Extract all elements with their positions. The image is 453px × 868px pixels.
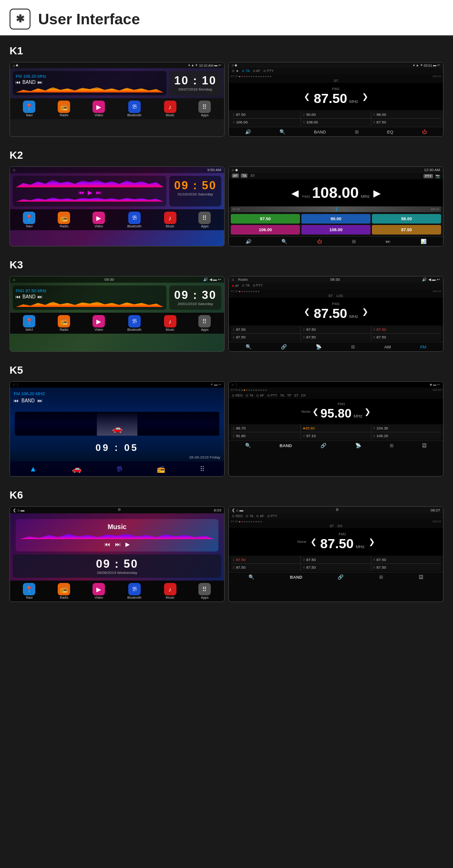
- k6-play[interactable]: ▶: [125, 541, 130, 548]
- power-btn[interactable]: ⏻: [422, 129, 427, 134]
- next-icon[interactable]: ⏭: [38, 80, 42, 85]
- dock-apps[interactable]: ⠿ Apps: [198, 101, 211, 117]
- k2-next-track[interactable]: ⏭: [386, 239, 391, 244]
- k3-preset-3[interactable]: 387.50: [371, 326, 441, 333]
- k2-vol-btn[interactable]: 🔊: [246, 239, 251, 244]
- k6-preset-5[interactable]: 587.50: [371, 556, 441, 563]
- k3-dock-music[interactable]: ♪ Music: [164, 315, 176, 331]
- k6-dock-radio[interactable]: 📻 Radio: [58, 583, 70, 599]
- k6-preset-3[interactable]: 387.50: [301, 556, 371, 563]
- preset-1[interactable]: 187.50: [231, 111, 300, 118]
- k6-music-widget[interactable]: Music ⏮ ⏭ ▶: [16, 519, 218, 551]
- k6-dock-video[interactable]: ▶ Video: [93, 583, 105, 599]
- prev-btn[interactable]: ⏮: [78, 189, 84, 196]
- k3-grid-btn[interactable]: ⊞: [351, 344, 355, 349]
- k2-chart-btn[interactable]: 📊: [421, 239, 426, 244]
- k2-grid-btn[interactable]: ⊞: [352, 239, 356, 244]
- k3-search-btn[interactable]: 🔍: [246, 344, 251, 349]
- k6-preset-4[interactable]: 487.50: [301, 564, 371, 571]
- k3-preset-2[interactable]: 287.50: [301, 326, 371, 333]
- dock-bluetooth[interactable]: 𝔅 Bluetooth: [127, 101, 142, 117]
- k2-dock-video[interactable]: ▶ Video: [93, 212, 105, 228]
- eq-btn[interactable]: EQ: [387, 130, 393, 134]
- k5r-prev[interactable]: ❮: [312, 407, 319, 416]
- play-btn[interactable]: ▶: [88, 189, 92, 196]
- k6-img-btn[interactable]: 🖼: [419, 574, 423, 580]
- k6-dock-bluetooth[interactable]: 𝔅 Bluetooth: [127, 583, 142, 599]
- k6-link-btn[interactable]: 🔗: [338, 574, 343, 580]
- k1r-prev[interactable]: ❮: [304, 92, 310, 101]
- k2-preset-2[interactable]: 90.00: [301, 214, 371, 224]
- k5-preset-3[interactable]: ●95.80: [301, 425, 371, 432]
- k1r-next[interactable]: ❯: [362, 92, 368, 101]
- k3-fm-btn[interactable]: FM: [420, 345, 426, 349]
- k3r-next[interactable]: ❯: [362, 307, 368, 316]
- k2-dock-music[interactable]: ♪ Music: [164, 212, 176, 228]
- k3-preset-5[interactable]: 587.50: [301, 334, 371, 341]
- k3-preset-4[interactable]: 487.50: [231, 334, 300, 341]
- grid-btn[interactable]: ⊞: [355, 129, 359, 134]
- k3-preset-1[interactable]: 187.50: [231, 326, 300, 333]
- dock-radio[interactable]: 📻 Radio: [58, 101, 70, 117]
- k3-dock-navi[interactable]: 📍 NAVI: [23, 315, 35, 331]
- k5-preset-5[interactable]: 5104.30: [371, 425, 441, 432]
- k2-preset-3[interactable]: 98.00: [372, 214, 441, 224]
- k2r-next[interactable]: ▶: [373, 187, 381, 199]
- k5-grid2-btn[interactable]: ⊞: [390, 443, 393, 448]
- k6-preset-6[interactable]: 687.50: [371, 564, 441, 571]
- k3-dock-radio[interactable]: 📻 Radio: [58, 315, 70, 331]
- k5-link-btn[interactable]: 🔗: [320, 443, 326, 448]
- k2-preset-5[interactable]: 108.00: [301, 225, 371, 235]
- k2-preset-4[interactable]: 106.00: [231, 225, 300, 235]
- k5-preset-6[interactable]: 6106.20: [371, 432, 441, 439]
- k3-antenna-btn[interactable]: 📡: [316, 344, 321, 349]
- k5-search-btn[interactable]: 🔍: [245, 443, 251, 448]
- k2r-prev[interactable]: ◀: [291, 187, 299, 199]
- k5-band-btn[interactable]: BAND: [279, 443, 292, 448]
- k6-band-btn[interactable]: BAND: [290, 575, 302, 580]
- k5-bt-icon[interactable]: 𝔅: [116, 465, 122, 473]
- k5r-next[interactable]: ❯: [364, 407, 371, 416]
- next-btn[interactable]: ⏭: [96, 189, 102, 196]
- band-label[interactable]: BAND: [22, 80, 36, 85]
- preset-4[interactable]: 4106.00: [231, 119, 300, 126]
- k6-preset-2[interactable]: 287.50: [231, 564, 300, 571]
- preset-3[interactable]: 398.00: [371, 111, 441, 118]
- k5-preset-1[interactable]: 188.70: [231, 425, 300, 432]
- k3r-prev[interactable]: ❮: [304, 307, 310, 316]
- k2-dock-apps[interactable]: ⠿ Apps: [198, 212, 211, 228]
- k3-dock-bluetooth[interactable]: 𝔅 Bluetooth: [127, 315, 142, 331]
- k2-preset-6[interactable]: 87.50: [372, 225, 441, 235]
- band-btn[interactable]: BAND: [314, 130, 326, 134]
- k5-band[interactable]: BAND: [21, 398, 35, 403]
- k2-dock-bluetooth[interactable]: 𝔅 Bluetooth: [127, 212, 142, 228]
- preset-2[interactable]: 290.00: [301, 111, 371, 118]
- k3-dock-apps[interactable]: ⠿ Apps: [198, 315, 211, 331]
- k6-dock-navi[interactable]: 📍 Navi: [23, 583, 35, 599]
- k5-car2-icon[interactable]: 🚗: [72, 464, 82, 473]
- k5-gps-icon[interactable]: ▲: [30, 465, 37, 473]
- preset-6[interactable]: 687.50: [371, 119, 441, 126]
- prev-icon[interactable]: ⏮: [16, 80, 21, 85]
- k5-preset-4[interactable]: 497.10: [301, 432, 371, 439]
- k6-skip[interactable]: ⏭: [115, 541, 121, 548]
- k6-dock-music[interactable]: ♪ Music: [164, 583, 176, 599]
- k2-preset-1[interactable]: 87.50: [231, 214, 300, 224]
- search-btn[interactable]: 🔍: [279, 129, 285, 134]
- k2-dock-navi[interactable]: 📍 Navi: [23, 212, 35, 228]
- k2-dock-radio[interactable]: 📻 Radio: [58, 212, 70, 228]
- k5-preset-2[interactable]: 291.80: [231, 432, 300, 439]
- k6r-prev[interactable]: ❮: [310, 537, 317, 546]
- k2-power-btn[interactable]: ⏻: [317, 239, 322, 244]
- k6-search-btn[interactable]: 🔍: [248, 574, 254, 580]
- k1-radio-widget[interactable]: FM 106.20 MHz ⏮ BAND ⏭: [13, 71, 166, 95]
- k3-link-btn[interactable]: 🔗: [281, 344, 287, 349]
- k6-dock-apps[interactable]: ⠿ Apps: [198, 583, 211, 599]
- k5-next[interactable]: ⏭: [38, 398, 42, 403]
- k5-img-btn[interactable]: 🖼: [422, 443, 427, 448]
- k6-grid-btn[interactable]: ⊞: [379, 574, 383, 580]
- preset-5[interactable]: 5108.00: [301, 119, 371, 126]
- dock-video[interactable]: ▶ Video: [93, 101, 105, 117]
- k3-am-btn[interactable]: AM: [384, 345, 391, 349]
- k6-prev[interactable]: ⏮: [104, 541, 110, 548]
